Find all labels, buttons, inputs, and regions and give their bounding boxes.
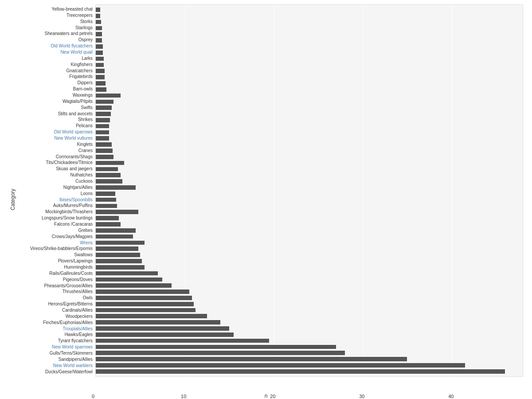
bar <box>96 289 189 294</box>
bar-row <box>96 252 523 258</box>
bar-row <box>96 74 523 80</box>
x-tick: 10 <box>181 394 186 399</box>
y-label: Nuthatches <box>0 172 95 178</box>
y-label: Falcons /Caracaras <box>0 221 95 227</box>
bar <box>96 44 103 49</box>
bar-row <box>96 239 523 246</box>
bar <box>96 326 229 331</box>
bar-row <box>96 141 523 148</box>
y-label: Hawks/Eagles <box>0 332 95 338</box>
bar <box>96 75 105 79</box>
bar <box>96 216 119 220</box>
bar-row <box>96 325 523 332</box>
bar-row <box>96 37 523 43</box>
x-tick: 0 <box>92 394 94 399</box>
bar <box>96 155 113 159</box>
x-tick: 30 <box>359 394 364 399</box>
bar <box>96 246 138 251</box>
bar <box>96 87 106 92</box>
bar-row <box>96 178 523 184</box>
bar-row <box>96 148 523 154</box>
bar-row <box>96 43 523 50</box>
bar-row <box>96 356 523 362</box>
bar <box>96 222 121 227</box>
y-label: Cardinals/Allies <box>0 307 95 313</box>
y-label: Crows/Jays/Magpies <box>0 234 95 240</box>
y-label: Starlings <box>0 25 95 31</box>
bar <box>96 100 113 104</box>
y-label: Owls <box>0 295 95 301</box>
y-label: Sandpipers/Allies <box>0 356 95 363</box>
bar-row <box>96 117 523 123</box>
bar <box>96 198 116 202</box>
bar <box>96 118 110 122</box>
y-label: New World warblers <box>0 363 95 369</box>
bar-row <box>96 313 523 319</box>
bar-row <box>96 338 523 344</box>
bar <box>96 130 109 135</box>
bar-row <box>96 203 523 209</box>
y-label: Cranes <box>0 148 95 154</box>
bar <box>96 302 194 306</box>
y-label: Thrushes/Allies <box>0 289 95 295</box>
bar-row <box>96 215 523 221</box>
bar-row <box>96 350 523 356</box>
bar <box>96 32 102 36</box>
y-label: Treecreepers <box>0 12 95 19</box>
y-label: Ibises/Spoonbills <box>0 197 95 203</box>
bar-row <box>96 154 523 160</box>
bar-row <box>96 19 523 25</box>
y-label: Old World sparrows <box>0 129 95 135</box>
y-label: Hummingbirds <box>0 264 95 270</box>
bar <box>96 332 234 337</box>
bar-row <box>96 209 523 215</box>
y-label: Shearwaters and petrels <box>0 31 95 37</box>
bar <box>96 363 465 368</box>
bar <box>96 271 158 276</box>
bar <box>96 345 336 349</box>
y-label: Pelicans <box>0 123 95 129</box>
y-label: New World vultures <box>0 135 95 141</box>
y-label: Wrens <box>0 240 95 246</box>
bar-row <box>96 197 523 203</box>
bar-row <box>96 184 523 191</box>
bar <box>96 173 121 177</box>
bar <box>96 265 145 270</box>
y-label: Nightjars/Allies <box>0 184 95 191</box>
bar-row <box>96 332 523 338</box>
bar <box>96 8 100 12</box>
bar <box>96 253 140 257</box>
bar <box>96 278 162 282</box>
bar <box>96 112 111 116</box>
chart-area <box>95 4 523 377</box>
y-label: Tyrant flycatchers <box>0 338 95 344</box>
bar <box>96 14 100 18</box>
bar-row <box>96 93 523 99</box>
bar <box>96 38 102 43</box>
bar <box>96 142 112 147</box>
bar-row <box>96 301 523 307</box>
bar <box>96 51 103 55</box>
bar <box>96 26 102 31</box>
y-label: Old World flycatchers <box>0 43 95 49</box>
y-label: Grebes <box>0 227 95 234</box>
bar-row <box>96 270 523 277</box>
bar <box>96 339 269 343</box>
bar-row <box>96 362 523 368</box>
x-tick: 40 <box>448 394 454 399</box>
bar <box>96 320 220 325</box>
y-label: Storks <box>0 19 95 25</box>
bar-row <box>96 276 523 282</box>
y-label: Herons/Egrets/Bitterns <box>0 301 95 307</box>
bar-row <box>96 98 523 105</box>
y-label: Skuas and jaegers <box>0 166 95 172</box>
y-label: Shrikes <box>0 117 95 123</box>
bar-row <box>96 50 523 56</box>
bar <box>96 351 345 355</box>
bar-row <box>96 246 523 252</box>
y-label: Pheasants/Grouse/Allies <box>0 283 95 289</box>
x-axis-title: n <box>265 393 268 399</box>
bar-row <box>96 172 523 178</box>
y-label: Larks <box>0 55 95 62</box>
y-label: Yellow-breasted chat <box>0 6 95 12</box>
